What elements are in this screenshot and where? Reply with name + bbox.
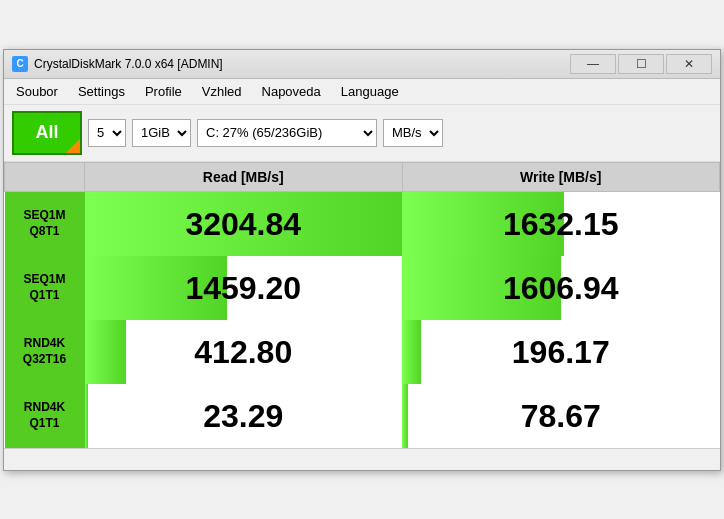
menu-profile[interactable]: Profile — [137, 81, 190, 102]
runs-select[interactable]: 5 — [88, 119, 126, 147]
status-bar — [4, 448, 720, 470]
col-read: Read [MB/s] — [85, 162, 403, 191]
write-value: 1632.15 — [402, 191, 720, 256]
row-label: SEQ1MQ1T1 — [5, 256, 85, 320]
app-icon: C — [12, 56, 28, 72]
close-button[interactable]: ✕ — [666, 54, 712, 74]
table-row: SEQ1MQ8T13204.841632.15 — [5, 191, 720, 256]
read-value: 412.80 — [85, 320, 403, 384]
table-row: RND4KQ1T123.2978.67 — [5, 384, 720, 448]
minimize-button[interactable]: — — [570, 54, 616, 74]
drive-select[interactable]: C: 27% (65/236GiB) — [197, 119, 377, 147]
benchmark-table: Read [MB/s] Write [MB/s] SEQ1MQ8T13204.8… — [4, 162, 720, 448]
unit-select[interactable]: MB/s — [383, 119, 443, 147]
table-row: RND4KQ32T16412.80196.17 — [5, 320, 720, 384]
title-bar-buttons: — ☐ ✕ — [570, 54, 712, 74]
menu-vzhled[interactable]: Vzhled — [194, 81, 250, 102]
menu-napoveda[interactable]: Napoveda — [254, 81, 329, 102]
write-value: 196.17 — [402, 320, 720, 384]
write-value: 1606.94 — [402, 256, 720, 320]
menu-language[interactable]: Language — [333, 81, 407, 102]
maximize-button[interactable]: ☐ — [618, 54, 664, 74]
row-label: RND4KQ1T1 — [5, 384, 85, 448]
row-label: RND4KQ32T16 — [5, 320, 85, 384]
menu-bar: Soubor Settings Profile Vzhled Napoveda … — [4, 79, 720, 105]
write-value: 78.67 — [402, 384, 720, 448]
read-value: 1459.20 — [85, 256, 403, 320]
all-button[interactable]: All — [12, 111, 82, 155]
col-label — [5, 162, 85, 191]
table-row: SEQ1MQ1T11459.201606.94 — [5, 256, 720, 320]
menu-soubor[interactable]: Soubor — [8, 81, 66, 102]
row-label: SEQ1MQ8T1 — [5, 191, 85, 256]
main-window: C CrystalDiskMark 7.0.0 x64 [ADMIN] — ☐ … — [3, 49, 721, 471]
col-write: Write [MB/s] — [402, 162, 720, 191]
read-value: 23.29 — [85, 384, 403, 448]
title-bar: C CrystalDiskMark 7.0.0 x64 [ADMIN] — ☐ … — [4, 50, 720, 79]
size-select[interactable]: 1GiB — [132, 119, 191, 147]
toolbar: All 5 1GiB C: 27% (65/236GiB) MB/s — [4, 105, 720, 162]
read-value: 3204.84 — [85, 191, 403, 256]
window-title: CrystalDiskMark 7.0.0 x64 [ADMIN] — [34, 57, 570, 71]
menu-settings[interactable]: Settings — [70, 81, 133, 102]
